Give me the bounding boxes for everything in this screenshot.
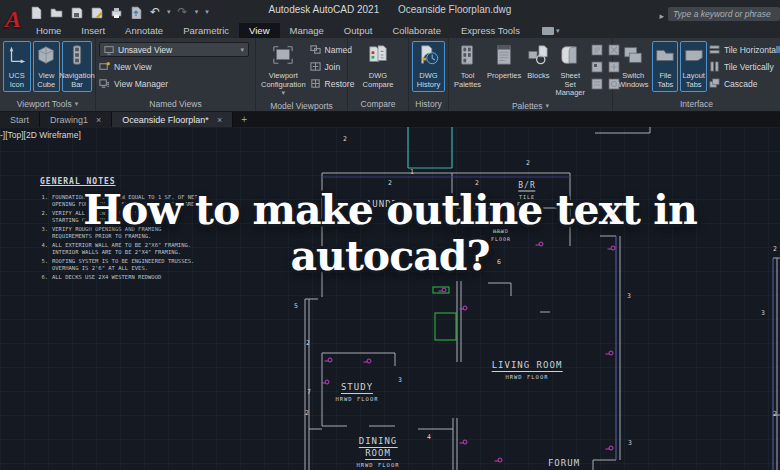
ribbon: UCS Icon View Cube Navigation Bar Viewpo… [0, 38, 780, 112]
dimension-text: 2 [343, 135, 347, 143]
dimension-text: 2 [526, 159, 530, 167]
palette-mini-3-icon[interactable] [591, 61, 603, 73]
dimension-text: 2 [306, 339, 310, 347]
ribbon-tab-parametric[interactable]: Parametric [173, 23, 239, 38]
floorplan-walls [305, 127, 780, 470]
navigation-bar-button[interactable]: Navigation Bar [62, 41, 92, 92]
panel-label[interactable]: Named Views [149, 99, 201, 109]
file-tab-start[interactable]: Start [0, 112, 40, 127]
ucs-icon-button[interactable]: UCS Icon [3, 41, 31, 92]
tile-vertically-button[interactable]: Tile Vertically [709, 59, 780, 74]
drawing-viewport[interactable]: -][Top][2D Wireframe] [0, 127, 780, 470]
close-tab-icon[interactable] [217, 115, 222, 125]
view-cube-button[interactable]: View Cube [33, 41, 61, 92]
new-view-button[interactable]: New View [99, 59, 249, 74]
layout-tabs-button[interactable]: Layout Tabs [680, 41, 707, 92]
search-input[interactable]: Type a keyword or phrase [668, 7, 780, 21]
dimension-text: 5 [294, 302, 298, 310]
file-tab-oceanside-floorplan-[interactable]: Oceanside Floorplan* [112, 112, 233, 127]
panel-label[interactable]: Interface [680, 99, 713, 109]
dimension-text: 1 [410, 168, 414, 176]
panel-label[interactable]: Compare [361, 99, 396, 109]
dimension-text: 2 [773, 410, 777, 418]
electrical-outlet-symbol [609, 446, 614, 451]
panel-label[interactable]: Model Viewports [270, 101, 333, 111]
electrical-outlet-symbol [609, 351, 614, 356]
ribbon-tab-insert[interactable]: Insert [71, 23, 115, 38]
document-title: Oceanside Floorplan.dwg [398, 4, 511, 15]
new-file-icon[interactable] [30, 6, 43, 19]
dwg-history-icon [418, 44, 440, 70]
ribbon-tab-output[interactable]: Output [334, 23, 383, 38]
cascade-button[interactable]: Cascade [709, 76, 780, 91]
autocad-logo-icon[interactable] [0, 0, 26, 38]
file-tabs-button[interactable]: File Tabs [652, 41, 678, 92]
dimension-text: 4 [427, 433, 431, 441]
redo-icon[interactable]: ↷ [178, 6, 188, 18]
dwg-compare-button[interactable]: DWG Compare [353, 41, 403, 92]
electrical-outlet-symbol [325, 380, 330, 385]
panel-label[interactable]: Viewport Tools [17, 99, 72, 109]
file-tab-drawing1[interactable]: Drawing1 [40, 112, 112, 127]
general-notes-heading: GENERAL NOTES [40, 177, 260, 186]
switch-windows-button[interactable]: Switch Windows [616, 41, 650, 92]
panel-label[interactable]: Palettes [512, 101, 543, 111]
open-folder-icon[interactable] [50, 6, 63, 19]
ribbon-tab-annotate[interactable]: Annotate [115, 23, 173, 38]
ribbon-tab-view[interactable]: View [239, 23, 279, 38]
view-manager-button[interactable]: View Manager [99, 76, 249, 91]
ribbon-tab-home[interactable]: Home [26, 23, 71, 38]
ribbon-tab-express-tools[interactable]: Express Tools [451, 23, 530, 38]
restore-viewports-icon [310, 78, 321, 89]
overlay-title-line2: autocad? [0, 233, 780, 279]
tile-horizontally-button[interactable]: Tile Horizontally [709, 42, 780, 57]
panel-label[interactable]: History [415, 99, 441, 109]
dwg-compare-icon [367, 44, 389, 70]
viewport-configuration-button[interactable]: Viewport Configuration [259, 41, 308, 100]
palette-mini-1-icon[interactable] [591, 44, 603, 56]
panel-history: DWG History History [409, 38, 449, 111]
properties-button[interactable]: Properties [485, 41, 523, 84]
view-cube-icon [35, 44, 57, 70]
room-label-dining: DINING [359, 436, 398, 448]
search-arrow-icon[interactable] [659, 5, 664, 23]
dwg-history-button[interactable]: DWG History [412, 41, 445, 92]
electrical-outlet-symbol [463, 306, 468, 311]
sheet-set-manager-button[interactable]: Sheet Set Manager [553, 41, 587, 101]
close-tab-icon[interactable] [96, 115, 101, 125]
qat-options-caret-icon[interactable] [205, 8, 209, 16]
new-drawing-tab-button[interactable] [233, 112, 255, 127]
room-label-hrwd-floor: HRWD FLOOR [505, 374, 548, 380]
viewport-configuration-icon [272, 44, 294, 70]
dropdown-caret-icon [556, 27, 560, 35]
cascade-icon [709, 78, 720, 89]
view-dropdown[interactable]: Unsaved View [99, 42, 249, 57]
dimension-text: 7 [307, 388, 311, 396]
panel-caret-icon [75, 100, 79, 108]
panel-named-views: Unsaved View New View View Manager Named… [96, 38, 256, 111]
ribbon-options-button[interactable] [538, 23, 564, 38]
room-label-hrwd-floor: HRWD FLOOR [356, 462, 399, 468]
tool-palettes-button[interactable]: Tool Palettes [452, 41, 483, 92]
dimension-text: 3 [628, 439, 632, 447]
room-label-study: STUDY [341, 382, 373, 394]
help-search: Type a keyword or phrase [659, 5, 780, 23]
save-as-icon[interactable] [90, 6, 103, 19]
undo-caret-icon[interactable] [167, 8, 171, 16]
undo-icon[interactable]: ↶ [150, 6, 160, 18]
blocks-button[interactable]: Blocks [525, 41, 551, 84]
navigation-bar-icon [66, 44, 88, 70]
save-icon[interactable] [70, 6, 83, 19]
plot-icon[interactable] [110, 6, 123, 19]
palette-mini-5-icon[interactable] [591, 78, 603, 90]
redo-caret-icon[interactable] [195, 8, 199, 16]
ribbon-tab-collaborate[interactable]: Collaborate [382, 23, 451, 38]
ribbon-tab-manage[interactable]: Manage [280, 23, 334, 38]
dimension-text: 3 [761, 309, 765, 317]
overlay-title: How to make outline text in autocad? [0, 187, 780, 279]
electrical-outlet-symbol [367, 359, 372, 364]
publish-icon[interactable] [130, 6, 143, 19]
ribbon-tab-bar: HomeInsertAnnotateParametricViewManageOu… [26, 23, 780, 38]
room-label-living-room: LIVING ROOM [492, 360, 563, 372]
overlay-title-line1: How to make outline text in [0, 187, 780, 233]
